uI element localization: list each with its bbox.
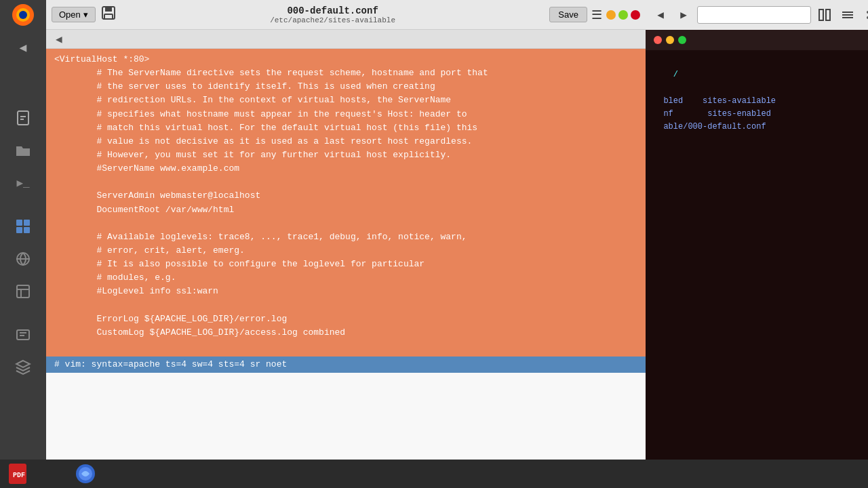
minimize-button[interactable]: [606, 10, 616, 20]
right-forward-icon[interactable]: ▶: [674, 5, 693, 24]
menu-icon[interactable]: ☰: [591, 7, 602, 22]
svg-rect-7: [24, 220, 30, 226]
editor-titlebar-right: Save ☰: [549, 7, 640, 22]
editor-nav: ◀: [46, 30, 646, 49]
terminal-close-button[interactable]: [654, 36, 662, 44]
terminal-dirs: bled sites-available nf sites-enabled ab…: [654, 96, 776, 131]
window-controls: [606, 10, 640, 20]
close-button[interactable]: [631, 10, 640, 20]
view-list-icon[interactable]: [838, 5, 857, 24]
svg-rect-20: [104, 14, 113, 19]
sidebar-folder-icon[interactable]: [9, 137, 37, 164]
svg-text:PDF: PDF: [13, 472, 25, 479]
terminal-min-button[interactable]: [666, 36, 674, 44]
view-columns-icon[interactable]: [815, 5, 834, 24]
sidebar-app5-icon[interactable]: [9, 354, 37, 381]
svg-rect-12: [17, 285, 29, 298]
editor-filename: 000-default.conf: [116, 5, 550, 16]
sidebar-terminal-icon[interactable]: ▶_: [9, 169, 37, 197]
svg-rect-9: [24, 227, 30, 233]
firefox-icon[interactable]: [9, 1, 37, 28]
sidebar-app4-icon[interactable]: [9, 321, 37, 348]
editor-filepath: /etc/apache2/sites-available: [116, 16, 550, 24]
back-arrow-icon[interactable]: ◀: [52, 33, 66, 46]
save-button[interactable]: Save: [549, 7, 587, 22]
svg-rect-21: [819, 9, 823, 20]
terminal-window-controls: [654, 36, 686, 44]
svg-rect-8: [16, 227, 22, 233]
terminal-text-line1: /: [654, 70, 678, 79]
right-topbar: ◀ ▶ ☰: [646, 0, 868, 30]
svg-rect-3: [18, 111, 28, 125]
taskbar-icon-files[interactable]: [73, 462, 98, 486]
svg-point-2: [19, 11, 27, 19]
right-panel: ◀ ▶ ☰ / bled sites-available nf sit: [646, 0, 868, 488]
open-label: Open: [59, 9, 81, 20]
sidebar-nav-icon[interactable]: ◀: [9, 34, 37, 61]
terminal-titlebar: [646, 30, 868, 50]
sidebar-app3-icon[interactable]: [9, 278, 37, 305]
editor-titlebar-left: Open ▾: [52, 5, 116, 24]
terminal-area: / bled sites-available nf sites-enabled …: [646, 30, 868, 488]
view-icon2[interactable]: [861, 5, 868, 24]
svg-rect-22: [826, 9, 830, 20]
sidebar-app1-icon[interactable]: [9, 213, 37, 240]
terminal-max-button[interactable]: [678, 36, 686, 44]
dropdown-arrow-icon: ▾: [83, 9, 88, 20]
svg-rect-19: [105, 7, 112, 12]
sidebar-bookmark-icon[interactable]: [9, 104, 37, 131]
right-back-icon[interactable]: ◀: [651, 5, 670, 24]
vim-modeline: # vim: syntax=apache ts=4 sw=4 sts=4 sr …: [46, 357, 646, 373]
taskbar: PDF: [0, 460, 868, 488]
left-sidebar: ◀ ▶_: [0, 0, 46, 488]
save-to-disk-icon[interactable]: [101, 5, 116, 24]
code-line: <VirtualHost *:80> # The ServerName dire…: [54, 54, 488, 354]
sidebar-app2-icon[interactable]: [9, 245, 37, 272]
svg-rect-6: [16, 220, 22, 226]
code-area[interactable]: <VirtualHost *:80> # The ServerName dire…: [46, 49, 646, 357]
editor-titlebar: Open ▾ 000-default.conf /etc/apache2/sit…: [46, 0, 646, 30]
terminal-content[interactable]: / bled sites-available nf sites-enabled …: [646, 50, 868, 488]
code-content: <VirtualHost *:80> # The ServerName dire…: [46, 52, 646, 354]
editor-container: Open ▾ 000-default.conf /etc/apache2/sit…: [46, 0, 646, 488]
address-bar[interactable]: [697, 6, 811, 24]
open-button[interactable]: Open ▾: [52, 7, 96, 22]
taskbar-icon-pdf[interactable]: PDF: [5, 462, 30, 486]
editor-empty-area[interactable]: [46, 373, 646, 468]
editor-titlebar-center: 000-default.conf /etc/apache2/sites-avai…: [116, 5, 550, 24]
maximize-button[interactable]: [618, 10, 628, 20]
